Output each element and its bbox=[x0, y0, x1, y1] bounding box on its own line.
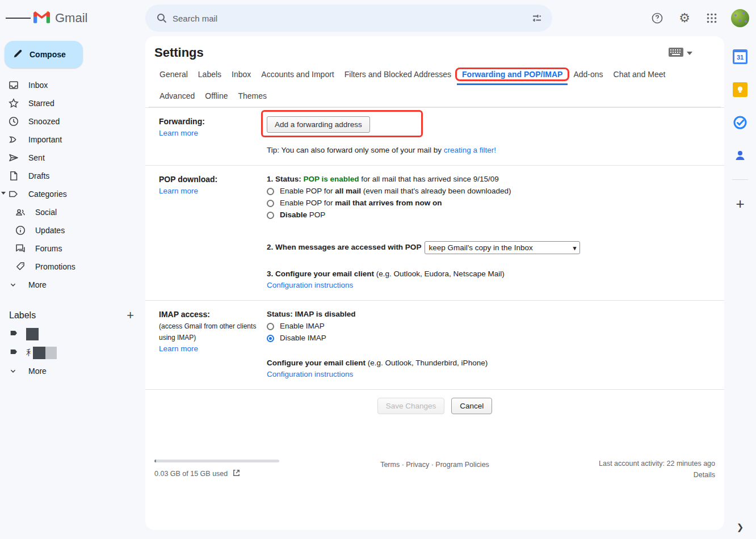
tab-themes[interactable]: Themes bbox=[233, 85, 272, 107]
tag-icon bbox=[15, 261, 26, 272]
forwarding-label: Forwarding: bbox=[159, 116, 267, 127]
tab-filters[interactable]: Filters and Blocked Addresses bbox=[339, 64, 456, 85]
tab-inbox[interactable]: Inbox bbox=[226, 64, 256, 85]
chevron-right-icon[interactable]: ❯ bbox=[724, 522, 756, 532]
forwarding-tip-text: Tip: You can also forward only some of y… bbox=[267, 146, 444, 154]
expander-icon[interactable] bbox=[1, 192, 6, 195]
star-icon bbox=[8, 98, 19, 109]
hamburger-menu-icon[interactable] bbox=[6, 6, 31, 31]
storage-used-text: 0.03 GB of 15 GB used bbox=[154, 470, 228, 478]
sidebar-item-label: Social bbox=[35, 208, 57, 217]
tab-accounts-and-import[interactable]: Accounts and Import bbox=[256, 64, 339, 85]
apps-grid-icon[interactable] bbox=[699, 6, 724, 31]
forwarding-learn-more-link[interactable]: Learn more bbox=[159, 129, 198, 137]
calendar-icon[interactable]: 31 bbox=[731, 48, 749, 66]
label-tag-icon bbox=[9, 328, 19, 340]
sidebar-item-categories[interactable]: Categories bbox=[0, 185, 132, 203]
imap-sublabel: using IMAP) bbox=[159, 334, 196, 342]
imap-learn-more-link[interactable]: Learn more bbox=[159, 344, 198, 353]
sidebar: Compose Inbox Starred Snoozed Important … bbox=[0, 36, 145, 539]
save-changes-button[interactable]: Save Changes bbox=[377, 398, 445, 414]
sidebar-item-social[interactable]: Social bbox=[0, 203, 132, 221]
search-icon[interactable] bbox=[151, 7, 173, 29]
radio-icon-selected[interactable] bbox=[267, 335, 274, 342]
tune-icon[interactable] bbox=[526, 7, 548, 29]
creating-a-filter-link[interactable]: creating a filter! bbox=[444, 146, 496, 154]
help-icon[interactable] bbox=[645, 6, 670, 31]
settings-gear-icon[interactable]: ⚙ bbox=[672, 6, 697, 31]
sidebar-item-inbox[interactable]: Inbox bbox=[0, 76, 132, 94]
sidebar-item-more[interactable]: More bbox=[0, 276, 132, 294]
tasks-icon[interactable] bbox=[731, 113, 749, 132]
tab-chat-and-meet[interactable]: Chat and Meet bbox=[608, 64, 671, 85]
details-link[interactable]: Details bbox=[545, 471, 715, 479]
tab-add-ons[interactable]: Add-ons bbox=[568, 64, 608, 85]
people-icon bbox=[15, 207, 26, 218]
tab-forwarding-pop-imap[interactable]: Forwarding and POP/IMAP bbox=[457, 64, 568, 85]
footer-links[interactable]: Terms · Privacy · Program Policies bbox=[325, 460, 545, 479]
sidebar-item-snoozed[interactable]: Snoozed bbox=[0, 112, 132, 130]
pop-learn-more-link[interactable]: Learn more bbox=[159, 187, 198, 195]
label-row[interactable]: 利 bbox=[0, 343, 145, 362]
redacted-label-text bbox=[26, 328, 39, 340]
pop-behavior-line: 2. When messages are accessed with POPke… bbox=[267, 241, 715, 254]
imap-configuration-instructions-link[interactable]: Configuration instructions bbox=[267, 370, 353, 378]
radio-disable-pop[interactable]: Disable POP bbox=[267, 209, 715, 221]
sidebar-item-drafts[interactable]: Drafts bbox=[0, 167, 132, 185]
redacted-label-text bbox=[33, 347, 45, 359]
imap-sublabel: (access Gmail from other clients bbox=[159, 322, 256, 330]
labels-more[interactable]: More bbox=[0, 362, 132, 380]
labels-header: Labels + bbox=[0, 306, 145, 325]
cancel-button[interactable]: Cancel bbox=[451, 398, 492, 414]
sidebar-item-label: Inbox bbox=[28, 81, 48, 90]
plus-icon[interactable]: + bbox=[127, 309, 134, 322]
pop-behavior-select[interactable]: keep Gmail's copy in the Inbox▾ bbox=[425, 241, 580, 254]
radio-disable-imap[interactable]: Disable IMAP bbox=[267, 332, 715, 344]
sidebar-item-sent[interactable]: Sent bbox=[0, 149, 132, 167]
chevron-down-icon bbox=[8, 280, 19, 290]
topbar-left: Gmail bbox=[0, 6, 145, 31]
avatar[interactable] bbox=[731, 9, 749, 27]
redacted-label-text bbox=[45, 347, 57, 359]
search-input[interactable] bbox=[173, 14, 526, 23]
add-forwarding-address-button[interactable]: Add a forwarding address bbox=[267, 116, 370, 133]
external-link-icon[interactable] bbox=[232, 469, 241, 479]
pop-configure-line: 3. Configure your email client (e.g. Out… bbox=[267, 268, 715, 280]
sidebar-item-starred[interactable]: Starred bbox=[0, 94, 132, 112]
info-icon bbox=[15, 225, 26, 236]
input-tools-toggle[interactable] bbox=[669, 48, 692, 59]
sidebar-item-forums[interactable]: Forums bbox=[0, 239, 132, 258]
contacts-icon[interactable] bbox=[731, 146, 749, 165]
last-account-activity: Last account activity: 22 minutes ago bbox=[545, 460, 715, 468]
search-bar[interactable] bbox=[145, 5, 552, 32]
label-text-fragment: 利 bbox=[26, 348, 31, 358]
radio-icon[interactable] bbox=[267, 323, 274, 330]
keep-icon[interactable] bbox=[731, 81, 749, 99]
radio-enable-pop-all-mail[interactable]: Enable POP for all mail (even mail that'… bbox=[267, 186, 715, 197]
sidebar-item-important[interactable]: Important bbox=[0, 130, 132, 149]
radio-icon[interactable] bbox=[267, 200, 274, 207]
plus-icon[interactable]: + bbox=[731, 195, 749, 213]
radio-icon[interactable] bbox=[267, 212, 274, 219]
categories-icon bbox=[8, 188, 19, 200]
pop-configuration-instructions-link[interactable]: Configuration instructions bbox=[267, 281, 353, 289]
radio-enable-imap[interactable]: Enable IMAP bbox=[267, 321, 715, 332]
compose-button[interactable]: Compose bbox=[5, 41, 83, 68]
chevron-down-icon bbox=[8, 366, 19, 376]
radio-icon[interactable] bbox=[267, 188, 274, 195]
tab-advanced[interactable]: Advanced bbox=[154, 85, 200, 107]
gmail-logo[interactable]: Gmail bbox=[33, 10, 87, 26]
radio-enable-pop-from-now-on[interactable]: Enable POP for mail that arrives from no… bbox=[267, 197, 715, 209]
sidebar-item-updates[interactable]: Updates bbox=[0, 221, 132, 239]
sidebar-item-label: Starred bbox=[28, 99, 54, 108]
draft-icon bbox=[8, 170, 19, 182]
tab-offline[interactable]: Offline bbox=[200, 85, 233, 107]
sidebar-item-label: Categories bbox=[28, 190, 67, 199]
tab-general[interactable]: General bbox=[154, 64, 193, 85]
tab-labels[interactable]: Labels bbox=[193, 64, 226, 85]
sidebar-item-promotions[interactable]: Promotions bbox=[0, 258, 132, 276]
pop-label: POP download: bbox=[159, 174, 267, 185]
gmail-logo-icon bbox=[33, 10, 51, 26]
keyboard-icon bbox=[669, 48, 683, 59]
label-row[interactable] bbox=[0, 325, 145, 343]
